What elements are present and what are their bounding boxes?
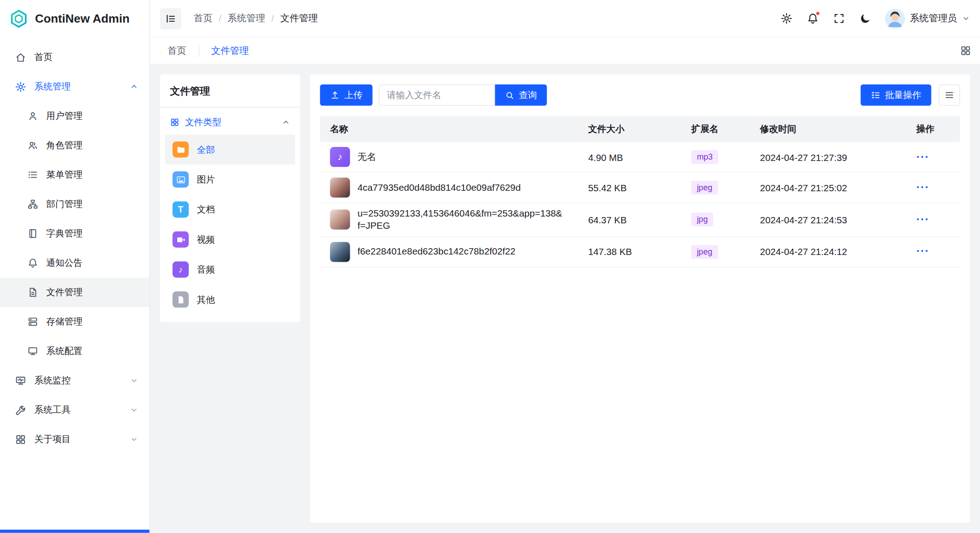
chevron-down-icon <box>129 406 138 414</box>
app-root: ContiNew Admin 首页 系统管理 <box>0 0 980 533</box>
upload-button[interactable]: 上传 <box>320 85 372 106</box>
table-row[interactable]: ♪ 无名 4.90 MB mp3 2024-04-27 21:27:39 ··· <box>320 142 960 173</box>
sidebar-menu: 首页 系统管理 用户管理 <box>0 38 150 530</box>
view-toggle-button[interactable] <box>939 85 960 106</box>
bell-icon <box>28 258 38 269</box>
upload-icon <box>330 90 340 100</box>
toolbar: 上传 查询 批量操作 <box>320 85 960 106</box>
list-check-icon <box>871 90 881 100</box>
gear-icon <box>15 81 26 92</box>
table-row[interactable]: u=2530392133,4153646046&fm=253&app=138&f… <box>320 203 960 237</box>
panel-title: 文件管理 <box>160 75 300 107</box>
file-name: u=2530392133,4153646046&fm=253&app=138&f… <box>357 203 563 236</box>
app-logo[interactable]: ContiNew Admin <box>0 0 150 38</box>
breadcrumb-system[interactable]: 系统管理 <box>228 13 265 24</box>
breadcrumb: 首页 / 系统管理 / 文件管理 <box>194 13 318 24</box>
file-type-other[interactable]: 其他 <box>165 284 295 314</box>
menu-fold-icon <box>165 13 176 24</box>
file-name: 无名 <box>357 147 376 167</box>
file-size: 4.90 MB <box>588 151 691 162</box>
file-type-audio[interactable]: ♪ 音频 <box>165 255 295 284</box>
book-icon <box>28 228 38 239</box>
file-size: 55.42 KB <box>588 182 691 193</box>
sidebar-group-about[interactable]: 关于项目 <box>0 425 150 454</box>
sidebar-item-users[interactable]: 用户管理 <box>0 101 150 131</box>
sidebar-item-roles[interactable]: 角色管理 <box>0 131 150 160</box>
row-more-button[interactable]: ··· <box>916 213 929 226</box>
ext-tag: jpeg <box>691 181 718 194</box>
query-button[interactable]: 查询 <box>495 85 547 106</box>
sidebar-collapse-button[interactable] <box>160 8 181 29</box>
row-more-button[interactable]: ··· <box>916 151 929 163</box>
row-more-button[interactable]: ··· <box>916 181 929 193</box>
sidebar-group-monitor[interactable]: 系统监控 <box>0 366 150 395</box>
user-icon <box>28 111 38 122</box>
org-tree-icon <box>28 199 38 210</box>
table-row[interactable]: 4ca77935ed0d48bd814c10e09af7629d 55.42 K… <box>320 173 960 203</box>
folder-icon <box>173 142 189 158</box>
chevron-down-icon <box>129 376 138 385</box>
file-modified-time: 2024-04-27 21:24:12 <box>760 246 916 257</box>
table-row[interactable]: f6e228401e8ed623bc142c78b2f02f22 147.38 … <box>320 237 960 268</box>
dark-mode-moon-icon[interactable] <box>859 12 872 25</box>
file-type-images[interactable]: 图片 <box>165 165 295 194</box>
sidebar-item-departments[interactable]: 部门管理 <box>0 189 150 219</box>
breadcrumb-separator: / <box>219 13 221 24</box>
fullscreen-icon[interactable] <box>833 12 845 25</box>
chevron-down-icon <box>129 435 138 443</box>
header-time: 修改时间 <box>760 123 916 135</box>
user-menu[interactable]: 系统管理员 <box>885 9 970 28</box>
sidebar-group-tools[interactable]: 系统工具 <box>0 395 150 425</box>
tabs-grid-icon[interactable] <box>960 45 971 57</box>
sidebar-item-label: 首页 <box>34 51 52 63</box>
search-input[interactable] <box>379 85 495 106</box>
settings-icon[interactable] <box>780 12 792 25</box>
sidebar-item-config[interactable]: 系统配置 <box>0 336 150 366</box>
image-icon <box>173 171 189 188</box>
toolbar-right: 批量操作 <box>861 85 960 106</box>
breadcrumb-separator: / <box>272 13 274 24</box>
sidebar-group-system[interactable]: 系统管理 <box>0 72 150 101</box>
wrench-icon <box>15 404 26 415</box>
ext-tag: jpeg <box>691 245 718 259</box>
file-type-videos[interactable]: 视频 <box>165 225 295 255</box>
header-ext: 扩展名 <box>691 123 760 135</box>
hamburger-list-icon <box>944 90 954 100</box>
file-type-all[interactable]: 全部 <box>165 134 295 164</box>
sidebar-item-menus[interactable]: 菜单管理 <box>0 160 150 189</box>
file-type-documents[interactable]: T 文档 <box>165 194 295 224</box>
batch-operations-button[interactable]: 批量操作 <box>861 85 931 106</box>
tab-home[interactable]: 首页 <box>155 38 199 64</box>
search-icon <box>505 90 515 100</box>
top-header: 首页 / 系统管理 / 文件管理 <box>150 0 980 38</box>
row-more-button[interactable]: ··· <box>916 245 929 258</box>
generic-file-icon <box>173 292 189 308</box>
sidebar-item-storage[interactable]: 存储管理 <box>0 307 150 336</box>
sidebar-item-files[interactable]: 文件管理 <box>0 278 150 307</box>
sidebar-item-dictionary[interactable]: 字典管理 <box>0 219 150 248</box>
monitor-icon <box>28 346 38 357</box>
avatar <box>885 9 905 28</box>
sidebar-item-home[interactable]: 首页 <box>0 42 150 72</box>
file-modified-time: 2024-04-27 21:25:02 <box>760 182 916 193</box>
file-type-tree-root[interactable]: 文件类型 <box>160 108 300 134</box>
file-size: 64.37 KB <box>588 214 691 225</box>
image-file-thumbnail <box>330 178 350 198</box>
page-tabs-bar: 首页 文件管理 <box>150 38 980 64</box>
notification-badge <box>816 11 820 15</box>
file-size: 147.38 KB <box>588 246 691 257</box>
grid-small-icon <box>170 118 179 127</box>
sidebar-item-notice[interactable]: 通知公告 <box>0 248 150 278</box>
file-icon <box>28 287 38 298</box>
image-file-thumbnail <box>330 242 350 262</box>
tab-file-management[interactable]: 文件管理 <box>199 38 261 64</box>
chevron-up-icon <box>129 82 138 91</box>
chevron-up-icon <box>282 118 290 126</box>
video-icon <box>173 231 189 248</box>
file-table-panel: 上传 查询 批量操作 <box>310 75 970 523</box>
home-icon <box>15 52 26 63</box>
table-header: 名称 文件大小 扩展名 修改时间 操作 <box>320 116 960 142</box>
logo-icon <box>9 9 28 28</box>
notifications-bell-icon[interactable] <box>806 12 819 25</box>
breadcrumb-home[interactable]: 首页 <box>194 13 212 24</box>
